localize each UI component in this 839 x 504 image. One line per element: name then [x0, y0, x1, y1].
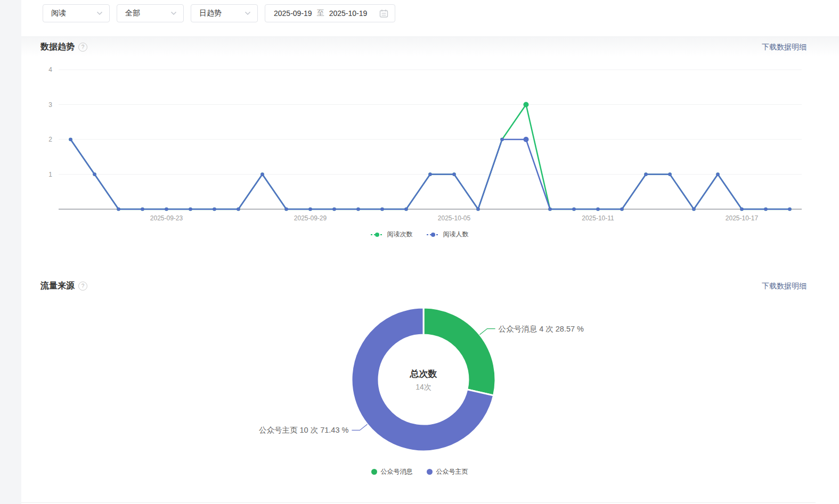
- trend-download-link[interactable]: 下载数据明细: [762, 43, 807, 52]
- data-point-readers[interactable]: [237, 208, 240, 211]
- data-point-readers[interactable]: [213, 208, 216, 211]
- calendar-icon: [379, 9, 388, 18]
- donut-center-title: 总次数: [410, 369, 437, 379]
- left-gutter: [0, 0, 21, 504]
- data-point-readers[interactable]: [284, 208, 288, 211]
- granularity-select[interactable]: 日趋势: [191, 4, 258, 22]
- data-point-readers[interactable]: [356, 208, 360, 211]
- data-point-readers[interactable]: [524, 137, 529, 142]
- bottom-divider: [21, 502, 816, 503]
- scope-select-value: 全部: [125, 9, 140, 18]
- legend-label: 阅读次数: [387, 230, 413, 239]
- chevron-down-icon: [245, 11, 251, 15]
- chevron-down-icon: [96, 11, 103, 15]
- y-tick-label: 2: [48, 136, 52, 143]
- legend-label: 公众号主页: [436, 467, 468, 476]
- data-point-readers[interactable]: [117, 208, 120, 211]
- date-end: 2025-10-19: [329, 9, 368, 18]
- trend-line-chart[interactable]: 12342025-09-232025-09-292025-10-052025-1…: [21, 61, 818, 226]
- pie-slice-official-account-message[interactable]: [423, 308, 495, 395]
- data-point-readers[interactable]: [572, 208, 575, 211]
- data-point-readers[interactable]: [332, 208, 336, 211]
- legend-item-read-count[interactable]: 阅读次数: [371, 230, 413, 239]
- data-point-readers[interactable]: [788, 208, 791, 211]
- data-point-readers[interactable]: [428, 172, 431, 176]
- metric-select[interactable]: 阅读: [43, 4, 110, 22]
- label-line-official-account-home: [352, 424, 367, 430]
- data-point-readers[interactable]: [620, 208, 623, 211]
- data-point-readers[interactable]: [93, 172, 96, 176]
- data-point-readers[interactable]: [308, 208, 312, 211]
- legend-label: 阅读人数: [443, 230, 469, 239]
- data-point-readers[interactable]: [716, 172, 719, 176]
- source-title: 流量来源: [40, 280, 75, 292]
- trend-section-header: 数据趋势: [40, 42, 87, 53]
- label-line-official-account-message: [480, 329, 495, 335]
- x-tick-label: 2025-10-17: [726, 214, 759, 222]
- data-point-readers[interactable]: [141, 208, 144, 211]
- trend-title: 数据趋势: [40, 42, 75, 53]
- data-point-readers[interactable]: [740, 208, 743, 211]
- data-point-readers[interactable]: [764, 208, 767, 211]
- data-point-readers[interactable]: [69, 138, 72, 141]
- y-tick-label: 3: [48, 101, 52, 109]
- legend-item-readers[interactable]: 阅读人数: [427, 230, 469, 239]
- y-tick-label: 1: [48, 171, 52, 178]
- data-point-readers[interactable]: [476, 208, 479, 211]
- scope-select[interactable]: 全部: [117, 4, 184, 22]
- data-point-readers[interactable]: [644, 172, 647, 176]
- filter-bar: 阅读 全部 日趋势 2025-09-19 至 2025-10-19: [43, 4, 395, 22]
- data-point-readers[interactable]: [189, 208, 192, 211]
- date-range-picker[interactable]: 2025-09-19 至 2025-10-19: [265, 4, 395, 22]
- help-icon[interactable]: [78, 43, 87, 52]
- data-point-readers[interactable]: [668, 172, 671, 176]
- data-point-readers[interactable]: [380, 208, 384, 211]
- metric-select-value: 阅读: [51, 9, 66, 18]
- granularity-select-value: 日趋势: [199, 9, 222, 18]
- help-icon[interactable]: [78, 282, 87, 291]
- line-series-legend-icon: [427, 232, 439, 237]
- data-point-readers[interactable]: [500, 138, 503, 141]
- x-tick-label: 2025-09-23: [150, 214, 183, 222]
- source-download-link[interactable]: 下载数据明细: [762, 282, 807, 291]
- pie-label-official-account-message: 公众号消息 4 次 28.57 %: [499, 325, 584, 333]
- date-separator: 至: [317, 9, 324, 18]
- series-readers: [69, 137, 791, 211]
- x-tick-label: 2025-09-29: [294, 214, 327, 222]
- source-legend: 公众号消息公众号主页: [21, 467, 818, 476]
- data-point-readers[interactable]: [548, 208, 551, 211]
- data-point-read-count[interactable]: [524, 102, 529, 108]
- source-section-header: 流量来源: [40, 280, 87, 292]
- panel-top-fade: [21, 36, 839, 56]
- trend-legend: 阅读次数阅读人数: [21, 230, 818, 239]
- line-series-legend-icon: [371, 232, 384, 237]
- y-tick-label: 4: [48, 66, 52, 73]
- circle-legend-icon: [427, 469, 433, 475]
- traffic-source-donut-chart[interactable]: 公众号消息 4 次 28.57 %公众号主页 10 次 71.43 %总次数14…: [21, 295, 818, 460]
- data-point-readers[interactable]: [692, 208, 695, 211]
- circle-legend-icon: [371, 469, 377, 475]
- series-line-read-count: [71, 105, 790, 210]
- data-point-readers[interactable]: [452, 172, 455, 176]
- donut-center-value: 14次: [416, 383, 431, 391]
- data-point-readers[interactable]: [596, 208, 599, 211]
- legend-item-official-account-message[interactable]: 公众号消息: [371, 467, 413, 476]
- chevron-down-icon: [170, 11, 177, 15]
- date-start: 2025-09-19: [274, 9, 312, 18]
- data-point-readers[interactable]: [404, 208, 408, 211]
- data-point-readers[interactable]: [165, 208, 168, 211]
- x-tick-label: 2025-10-05: [438, 214, 471, 222]
- pie-label-official-account-home: 公众号主页 10 次 71.43 %: [259, 426, 349, 434]
- x-tick-label: 2025-10-11: [582, 214, 614, 222]
- data-point-readers[interactable]: [260, 172, 264, 176]
- legend-item-official-account-home[interactable]: 公众号主页: [427, 467, 468, 476]
- legend-label: 公众号消息: [381, 467, 413, 476]
